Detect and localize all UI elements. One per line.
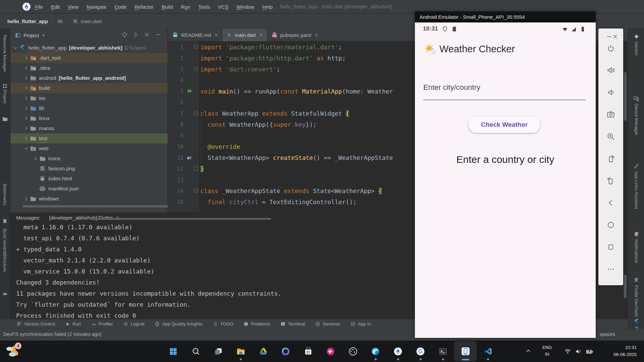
emulator-volume-up-icon[interactable] [606,65,615,75]
settings-gear-icon[interactable] [144,32,150,38]
language-indicator[interactable]: ENG IN [539,344,555,358]
taskbar-start[interactable] [162,341,184,361]
emulator-overview-icon[interactable] [606,242,615,252]
taskbar-android-emulator[interactable] [454,341,477,361]
menu-code[interactable]: Code [115,4,127,10]
emulator-home-icon[interactable] [606,220,615,230]
chevron-right-icon[interactable] [23,136,29,141]
tray-wifi-icon[interactable] [564,348,572,355]
emulator-close-icon[interactable] [610,32,620,41]
breadcrumb-item[interactable]: hello_flutter_app [7,18,48,24]
menu-edit[interactable]: Edit [51,4,60,10]
taskbar-obs-studio[interactable] [342,341,364,361]
tray-battery-icon[interactable] [586,348,593,355]
tree-item--idea[interactable]: .idea [10,63,168,73]
clock[interactable]: 22:31 06-06-2025 [594,344,637,358]
breadcrumb-item[interactable]: main.dart [81,18,102,24]
check-weather-button[interactable]: Check Weather [468,116,540,133]
chevron-right-icon[interactable] [23,126,29,131]
chevron-right-icon[interactable] [23,65,29,71]
toolwindow-button-notifications[interactable]: Notifications [628,231,644,263]
menu-navigate[interactable]: Navigate [87,4,106,10]
locate-file-icon[interactable] [122,32,127,38]
taskbar-microsoft-store[interactable] [297,341,319,361]
tree-item-build[interactable]: build [10,83,168,93]
taskbar-weather-widget[interactable]: 4 [5,343,26,359]
chevron-right-icon[interactable] [23,96,29,101]
emulator-screen[interactable]: 10:31 Weather Checker Enter city/country… [415,22,596,338]
taskbar-search[interactable] [184,341,207,361]
chevron-right-icon[interactable] [23,75,29,81]
tree-item-lib[interactable]: lib [10,103,168,113]
tray-chevron-up-icon[interactable] [525,348,532,355]
taskbar-vscode[interactable] [477,341,499,361]
menu-build[interactable]: Build [162,4,173,10]
toolwindow-button-problems[interactable]: Problems [244,321,270,326]
menu-vcs[interactable]: VCS [218,4,228,10]
toolwindow-button-bookmarks[interactable]: Bookmarks [2,184,7,205]
taskbar-copilot[interactable] [274,341,297,361]
tree-item-index-html[interactable]: Hindex.html [10,174,168,184]
chevron-right-icon[interactable] [23,116,29,121]
tree-item-web[interactable]: web [10,143,168,154]
tree-item-android[interactable]: android[hello_flutter_app_android] [10,73,168,83]
hide-panel-icon[interactable] [155,32,161,38]
emulator-rotate-right-icon[interactable] [606,176,615,185]
taskbar-windows-terminal[interactable] [432,341,454,361]
tree-item-test[interactable]: test [10,133,168,143]
chevron-right-icon[interactable] [33,156,39,161]
close-icon[interactable]: ✕ [259,33,263,38]
city-input-label[interactable]: Enter city/country [423,83,480,92]
menu-refactor[interactable]: Refactor [135,4,154,10]
toolwindow-button-project[interactable]: Project [2,90,7,103]
emulator-camera-icon[interactable] [606,110,615,119]
close-icon[interactable]: ✕ [214,33,218,38]
tree-item-macos[interactable]: macos [10,123,168,133]
tree-item-manifest-json[interactable]: {..}manifest.json [10,184,168,194]
emulator-back-icon[interactable] [606,198,615,207]
toolwindow-button-device-manager[interactable]: Device Manager [628,96,644,135]
tray-volume-icon[interactable] [575,348,582,355]
taskbar-google-drive[interactable] [252,341,274,361]
toolwindow-button-profiler[interactable]: Profiler [91,321,113,326]
bookmark-icon[interactable] [2,219,9,225]
toolwindow-button-flutter-devtools[interactable]: Flutter DevTools [628,277,644,317]
tree-item--dart-tool[interactable]: .dart_tool [10,53,168,63]
chevron-down-icon[interactable] [23,146,29,151]
taskbar-android-studio[interactable] [387,341,409,361]
close-icon[interactable]: ✕ [315,33,318,38]
code-editor[interactable]: import 'package:flutter/material.dart';i… [168,42,415,213]
android-head-icon[interactable] [2,291,9,298]
chevron-right-icon[interactable] [23,85,29,91]
city-input-field[interactable] [423,100,586,100]
taskbar-file-explorer[interactable] [229,341,252,361]
taskbar-clipchamp[interactable] [319,341,342,361]
toolwindow-button-f[interactable]: F [628,318,644,329]
emulator-window-titlebar[interactable]: Android Emulator - Small_Phone_API_35:55… [415,11,596,22]
taskbar-edge[interactable] [364,341,387,361]
chevron-right-icon[interactable] [23,55,29,61]
editor-scrollbar[interactable] [624,72,627,121]
toolwindow-button-app-quality-insights[interactable]: App Quality Insights [155,321,202,326]
chevron-down-icon[interactable] [12,45,18,51]
tree-item-favicon-png[interactable]: favicon.png [10,164,168,174]
toolwindow-button-terminal[interactable]: Terminal [280,321,305,326]
emulator-zoom-in-icon[interactable] [606,132,615,141]
chevron-right-icon[interactable] [23,106,29,111]
menu-view[interactable]: View [68,4,78,10]
toolwindow-button-resource-manager[interactable]: Resource Manager [2,35,7,72]
toolwindow-button-build-variants[interactable]: Build Variants [2,229,7,255]
tree-item-linux[interactable]: linux [10,113,168,123]
console-scrollbar[interactable] [624,275,627,298]
tree-item-windows[interactable]: windows [10,194,168,204]
tab-main-dart[interactable]: main.dart✕ [222,29,267,41]
toolwindow-button-logcat[interactable]: Logcat [123,321,145,326]
menu-tools[interactable]: Tools [198,4,210,10]
tree-item-icons[interactable]: icons [10,154,168,164]
stripe-folder-icon[interactable] [2,116,9,123]
toolwindow-button-services[interactable]: Services [315,321,340,326]
tab-pubspec-yaml[interactable]: YMLpubspec.yaml✕ [267,29,323,41]
expand-all-icon[interactable] [133,32,139,38]
messages-tab-scrollbar[interactable] [90,218,271,220]
breadcrumb-item[interactable]: lib [58,18,63,24]
